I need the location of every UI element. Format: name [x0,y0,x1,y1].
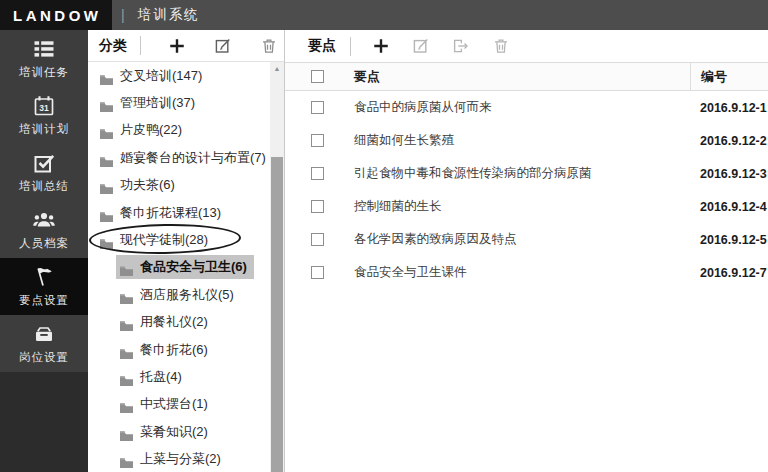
keypoint-cell: 食品中的病原菌从何而来 [349,99,690,116]
sidebar-item-label: 要点设置 [19,293,69,308]
category-item[interactable]: 餐巾折花课程(13) [88,199,270,226]
category-item[interactable]: 餐巾折花(6) [88,336,270,363]
edit-category-button[interactable] [213,36,233,56]
sidebar-item-label: 人员档案 [19,236,69,251]
category-list: 交叉培训(147)管理培训(37)片皮鸭(22)婚宴餐台的设计与布置(7)功夫茶… [88,62,270,472]
folder-icon [120,427,133,437]
category-item[interactable]: 酒店服务礼仪(5) [88,281,270,308]
add-keypoint-button[interactable] [371,36,391,56]
category-item[interactable]: 片皮鸭(22) [88,117,270,144]
category-label: 上菜与分菜(2) [140,450,221,468]
sidebar-item-label: 岗位设置 [19,350,69,365]
folder-icon [100,208,113,218]
keypoint-panel: 要点 要点 编号 食品中的病原菌从何而来2016.9.12-1细菌如何生长繁殖2… [284,30,768,472]
scrollbar-thumb[interactable] [271,157,283,472]
plus-icon [168,37,186,55]
folder-icon [120,317,133,327]
folder-icon [120,399,133,409]
folder-icon [100,125,113,135]
scroll-up-arrow[interactable]: ▲ [270,62,284,75]
flag-icon [32,265,56,289]
people-icon [32,208,56,232]
main-area: 培训任务31培训计划培训总结人员档案要点设置岗位设置 分类 交叉培训(147)管… [0,30,768,472]
keypoint-row: 引起食物中毒和食源性传染病的部分病原菌2016.9.12-3 [285,157,768,190]
delete-keypoint-button[interactable] [491,36,511,56]
folder-icon [100,71,113,81]
category-item[interactable]: 管理培训(37) [88,89,270,116]
export-keypoint-button[interactable] [451,36,471,56]
keypoint-table-header: 要点 编号 [285,62,768,91]
sidebar-item[interactable]: 要点设置 [0,258,88,315]
row-checkbox[interactable] [311,233,324,246]
category-label: 片皮鸭(22) [120,121,182,139]
keypoint-cell: 控制细菌的生长 [349,198,690,215]
row-checkbox[interactable] [311,167,324,180]
folder-icon [120,345,133,355]
category-label: 托盘(4) [140,368,182,386]
category-panel: 分类 交叉培训(147)管理培训(37)片皮鸭(22)婚宴餐台的设计与布置(7)… [88,30,284,472]
keypoint-row: 食品中的病原菌从何而来2016.9.12-1 [285,91,768,124]
trash-icon [492,37,510,55]
code-cell: 2016.9.12-2 [690,134,768,148]
sidebar-item[interactable]: 岗位设置 [0,315,88,372]
category-item[interactable]: 婚宴餐台的设计与布置(7) [88,144,270,171]
category-item[interactable]: 上菜与分菜(2) [88,445,270,472]
folder-icon [120,372,133,382]
code-cell: 2016.9.12-5 [690,233,768,247]
category-label: 现代学徒制(28) [120,231,208,249]
edit-icon [214,37,232,55]
app-title: 培训系统 [138,6,200,24]
sidebar-item[interactable]: 人员档案 [0,201,88,258]
folder-icon [100,235,113,245]
category-item[interactable]: 现代学徒制(28) [88,226,270,253]
folder-icon [120,262,133,272]
row-checkbox[interactable] [311,101,324,114]
top-bar: LANDOW | 培训系统 [0,0,768,30]
category-item[interactable]: 中式摆台(1) [88,391,270,418]
category-label: 用餐礼仪(2) [140,313,208,331]
sidebar-item-label: 培训计划 [19,122,69,137]
keypoint-cell: 各化学因素的致病原因及特点 [349,231,690,248]
plus-icon [372,37,390,55]
keypoint-panel-title: 要点 [308,37,336,55]
add-category-button[interactable] [167,36,187,56]
keypoint-cell: 细菌如何生长繁殖 [349,132,690,149]
sidebar-item-label: 培训总结 [19,179,69,194]
select-all-checkbox[interactable] [311,70,324,83]
category-label: 婚宴餐台的设计与布置(7) [120,149,266,167]
column-header-keypoint: 要点 [349,68,690,86]
sidebar-item[interactable]: 培训总结 [0,144,88,201]
row-checkbox[interactable] [311,200,324,213]
category-label: 管理培训(37) [120,94,195,112]
category-label: 餐巾折花课程(13) [120,204,221,222]
sidebar-item-label: 培训任务 [19,65,69,80]
category-item[interactable]: 交叉培训(147) [88,62,270,89]
archive-box-icon [32,322,56,346]
category-item[interactable]: 功夫茶(6) [88,172,270,199]
category-item[interactable]: 菜肴知识(2) [88,418,270,445]
folder-icon [120,290,133,300]
toolbar-divider [140,36,141,55]
task-list-icon [32,37,56,61]
title-separator: | [121,7,125,23]
category-label: 餐巾折花(6) [140,341,208,359]
row-checkbox[interactable] [311,266,324,279]
delete-category-button[interactable] [259,36,279,56]
category-item[interactable]: 食品安全与卫生(6) [88,254,270,281]
keypoint-row: 各化学因素的致病原因及特点2016.9.12-5 [285,223,768,256]
category-scrollbar[interactable]: ▲ [270,62,284,472]
row-checkbox[interactable] [311,134,324,147]
category-item[interactable]: 用餐礼仪(2) [88,309,270,336]
keypoint-row: 食品安全与卫生课件2016.9.12-7 [285,256,768,289]
sidebar-item[interactable]: 31培训计划 [0,87,88,144]
category-label: 食品安全与卫生(6) [140,258,247,276]
category-label: 酒店服务礼仪(5) [140,286,234,304]
keypoint-cell: 食品安全与卫生课件 [349,264,690,281]
edit-keypoint-button[interactable] [411,36,431,56]
svg-text:31: 31 [39,103,49,113]
sidebar-item[interactable]: 培训任务 [0,30,88,87]
category-label: 功夫茶(6) [120,176,175,194]
category-item[interactable]: 托盘(4) [88,363,270,390]
code-cell: 2016.9.12-3 [690,167,768,181]
folder-icon [120,454,133,464]
